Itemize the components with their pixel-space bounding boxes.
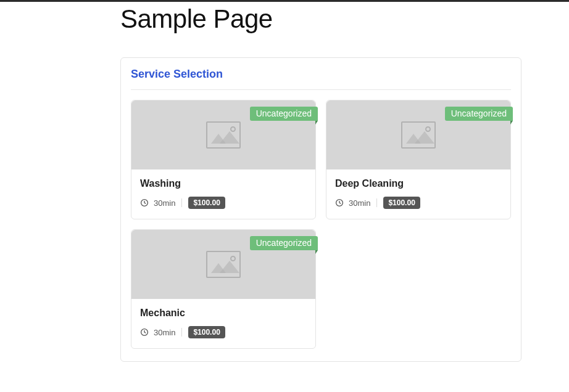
service-card[interactable]: Uncategorized Washing 30min $100.00	[131, 100, 316, 219]
page-title: Sample Page	[120, 4, 569, 34]
page-content: Sample Page Service Selection Uncategori…	[0, 4, 569, 362]
category-badge: Uncategorized	[250, 236, 318, 250]
service-duration: 30min	[154, 198, 175, 208]
image-placeholder-icon	[206, 121, 241, 149]
service-card-body: Mechanic 30min $100.00	[131, 299, 315, 348]
clock-icon	[140, 198, 149, 207]
service-duration: 30min	[349, 198, 370, 208]
meta-separator	[376, 198, 377, 207]
category-badge: Uncategorized	[445, 107, 513, 121]
clock-icon	[335, 198, 344, 207]
service-price-badge: $100.00	[188, 197, 225, 209]
service-meta: 30min $100.00	[140, 197, 307, 209]
service-selection-panel: Service Selection Uncategorized Washing	[120, 57, 521, 362]
image-placeholder-icon	[206, 251, 241, 278]
service-meta: 30min $100.00	[335, 197, 502, 209]
service-card-body: Washing 30min $100.00	[131, 169, 315, 219]
clock-icon	[140, 328, 149, 337]
service-meta: 30min $100.00	[140, 326, 307, 338]
service-name: Deep Cleaning	[335, 178, 502, 189]
service-card[interactable]: Uncategorized Deep Cleaning 30min $100.0…	[326, 100, 511, 219]
service-name: Washing	[140, 178, 307, 189]
service-cards: Uncategorized Washing 30min $100.00	[131, 100, 511, 349]
service-card-body: Deep Cleaning 30min $100.00	[326, 169, 510, 219]
category-badge: Uncategorized	[250, 107, 318, 121]
service-name: Mechanic	[140, 308, 307, 319]
meta-separator	[181, 328, 182, 337]
service-duration: 30min	[154, 328, 175, 337]
service-price-badge: $100.00	[383, 197, 420, 209]
service-card[interactable]: Uncategorized Mechanic 30min $100.00	[131, 229, 316, 349]
meta-separator	[181, 198, 182, 207]
panel-title: Service Selection	[131, 68, 511, 90]
top-bar	[0, 0, 569, 2]
image-placeholder-icon	[401, 121, 436, 149]
service-price-badge: $100.00	[188, 326, 225, 338]
